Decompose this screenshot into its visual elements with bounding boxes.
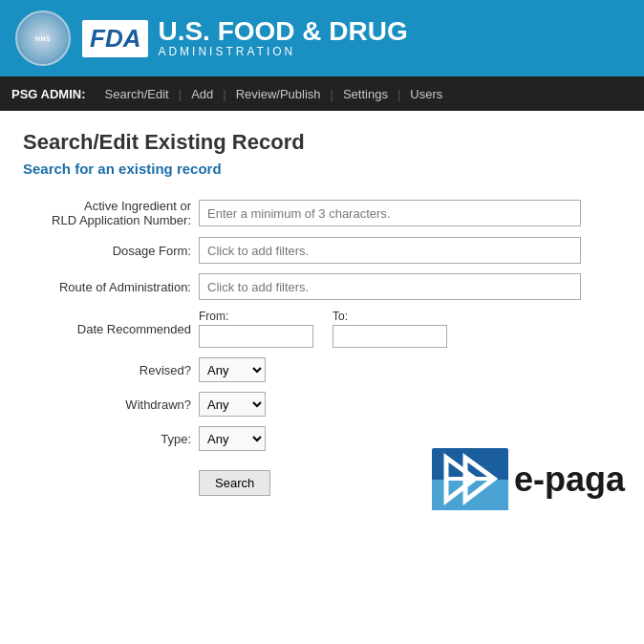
date-from-label: From: <box>199 310 313 323</box>
nav-admin-label: PSG ADMIN: <box>11 87 86 101</box>
revised-row: Revised? Any <box>23 353 621 387</box>
section-subtitle: Search for an existing record <box>23 161 621 177</box>
page-title: Search/Edit Existing Record <box>23 130 621 155</box>
date-from-input[interactable] <box>199 325 313 348</box>
route-row: Route of Administration: <box>23 268 621 305</box>
dosage-form-row: Dosage Form: <box>23 232 621 268</box>
nav-settings[interactable]: Settings <box>333 76 397 111</box>
main-nav: PSG ADMIN: Search/Edit | Add | Review/Pu… <box>0 76 644 111</box>
date-recommended-row: Date Recommended From: To: <box>23 305 621 353</box>
route-label: Route of Administration: <box>23 268 195 305</box>
page-header: HHS FDA U.S. FOOD & DRUG ADMINISTRATION <box>0 0 644 76</box>
withdrawn-row: Withdrawn? Any <box>23 387 621 421</box>
withdrawn-label: Withdrawn? <box>23 387 195 421</box>
dosage-form-label: Dosage Form: <box>23 232 195 268</box>
revised-label: Revised? <box>23 353 195 387</box>
nav-search-edit[interactable]: Search/Edit <box>96 76 179 111</box>
epaga-text: e-paga <box>514 460 625 500</box>
type-label: Type: <box>23 421 195 456</box>
date-to-label: To: <box>333 310 447 323</box>
active-ingredient-input[interactable] <box>199 200 581 226</box>
date-to-input[interactable] <box>333 325 447 348</box>
search-button[interactable]: Search <box>199 470 270 496</box>
nav-users[interactable]: Users <box>400 76 452 111</box>
dosage-form-input[interactable] <box>199 237 581 264</box>
hhs-seal: HHS <box>15 11 71 66</box>
agency-name: U.S. FOOD & DRUG ADMINISTRATION <box>158 18 407 58</box>
date-to-group: To: <box>333 310 447 348</box>
date-label: Date Recommended <box>23 305 195 353</box>
revised-select[interactable]: Any <box>199 357 266 382</box>
date-from-group: From: <box>199 310 313 348</box>
nav-add[interactable]: Add <box>182 76 223 111</box>
date-range-group: From: To: <box>199 310 617 348</box>
withdrawn-select[interactable]: Any <box>199 392 266 417</box>
epaga-watermark: e-paga <box>432 448 625 510</box>
agency-line2: ADMINISTRATION <box>158 45 407 58</box>
agency-line1: U.S. FOOD & DRUG <box>158 18 407 45</box>
epaga-icon <box>432 448 508 510</box>
route-input[interactable] <box>199 273 581 300</box>
active-ingredient-label: Active Ingredient or RLD Application Num… <box>23 194 195 232</box>
nav-review-publish[interactable]: Review/Publish <box>226 76 331 111</box>
main-content: Search/Edit Existing Record Search for a… <box>0 111 644 520</box>
type-select[interactable]: Any <box>199 426 266 451</box>
fda-logo-box: FDA <box>82 20 148 57</box>
active-ingredient-row: Active Ingredient or RLD Application Num… <box>23 194 621 232</box>
fda-branding: FDA U.S. FOOD & DRUG ADMINISTRATION <box>82 18 408 58</box>
